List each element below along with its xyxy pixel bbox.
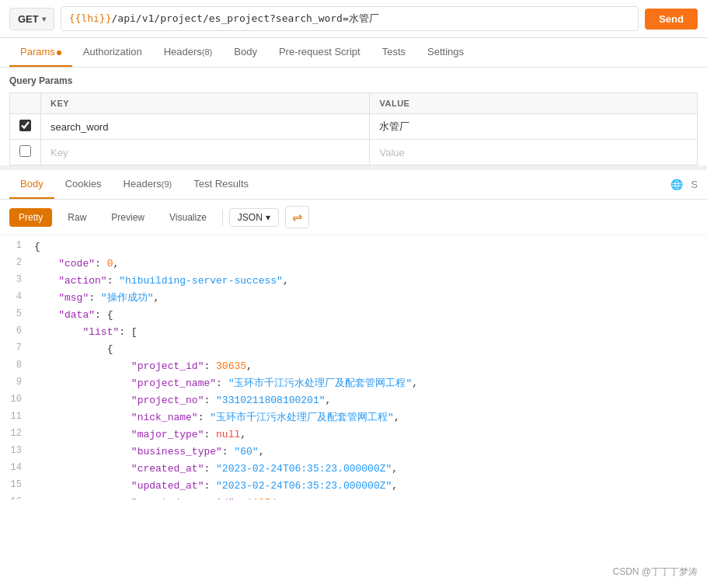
line-content-2: "code": 0, — [31, 256, 707, 273]
tab-body[interactable]: Body — [223, 38, 268, 67]
globe-icon: 🌐 — [670, 179, 683, 190]
tab-settings[interactable]: Settings — [416, 38, 475, 67]
save-icon[interactable]: S — [691, 179, 698, 190]
params-value-1[interactable]: Value — [370, 140, 698, 165]
code-segment-key: "action" — [58, 275, 106, 287]
resp-tab-cookies[interactable]: Cookies — [54, 170, 113, 199]
code-segment-key: "msg" — [58, 292, 89, 304]
params-value-0[interactable]: 水管厂 — [370, 114, 698, 140]
code-line-12: 12 "major_type": null, — [0, 426, 707, 444]
resp-tab-body[interactable]: Body — [9, 170, 54, 199]
line-content-12: "major_type": null, — [31, 426, 707, 444]
code-segment-plain: : — [119, 326, 131, 338]
code-segment-plain: : — [204, 429, 216, 440]
code-segment-number: 30635 — [216, 360, 246, 372]
line-number-9: 9 — [0, 375, 31, 388]
resp-tab-test-results[interactable]: Test Results — [183, 170, 259, 199]
checkbox-header — [10, 93, 41, 114]
wrap-icon[interactable]: ⇌ — [285, 206, 309, 228]
code-segment-string: "hibuilding-server-success" — [119, 275, 283, 287]
code-segment-plain: , — [412, 378, 418, 389]
code-segment-indent — [34, 412, 131, 423]
code-segment-plain: , — [394, 412, 400, 423]
line-number-14: 14 — [0, 461, 31, 473]
url-path-part: /api/v1/project/es_project?search_word=水… — [112, 12, 379, 24]
format-raw-button[interactable]: Raw — [58, 208, 96, 227]
code-segment-brace: { — [107, 309, 113, 321]
send-button[interactable]: Send — [645, 9, 698, 30]
code-line-1: 1{ — [0, 238, 707, 256]
resp-tab-headers[interactable]: Headers(9) — [113, 170, 183, 199]
code-segment-null: null — [216, 429, 240, 440]
code-segment-key: "project_no" — [131, 395, 204, 406]
code-segment-string: "玉环市千江污水处理厂及配套管网工程" — [210, 412, 394, 423]
code-segment-plain: , — [392, 463, 398, 475]
code-segment-indent — [34, 497, 131, 499]
code-segment-plain: : — [216, 378, 228, 389]
code-line-10: 10 "project_no": "3310211808100201", — [0, 392, 707, 409]
line-number-15: 15 — [0, 478, 31, 490]
code-segment-plain: : — [234, 497, 246, 499]
line-content-10: "project_no": "3310211808100201", — [31, 392, 707, 409]
line-content-14: "created_at": "2023-02-24T06:35:23.00000… — [31, 461, 707, 478]
params-key-1[interactable]: Key — [41, 140, 370, 165]
params-checkbox-cell-1 — [10, 140, 41, 165]
format-pretty-button[interactable]: Pretty — [9, 208, 52, 227]
code-segment-key: "project_id" — [131, 360, 204, 372]
tab-tests[interactable]: Tests — [371, 38, 416, 67]
code-line-3: 3 "action": "hibuilding-server-success", — [0, 273, 707, 290]
code-segment-string: "操作成功" — [101, 292, 154, 304]
code-line-9: 9 "project_name": "玉环市千江污水处理厂及配套管网工程", — [0, 375, 707, 392]
url-input[interactable]: {{lhi}}/api/v1/project/es_project?search… — [61, 6, 639, 31]
code-segment-string: "60" — [234, 446, 258, 458]
code-segment-plain: , — [240, 429, 246, 440]
code-line-16: 16 "created_user_id": 11054, — [0, 495, 707, 499]
code-segment-plain: : — [204, 360, 216, 372]
tab-params[interactable]: Params — [9, 38, 72, 67]
code-line-11: 11 "nick_name": "玉环市千江污水处理厂及配套管网工程", — [0, 409, 707, 426]
method-select[interactable]: GET ▾ — [9, 8, 54, 30]
code-segment-key: "business_type" — [131, 446, 222, 458]
code-segment-indent — [34, 292, 58, 304]
tab-prerequest[interactable]: Pre-request Script — [268, 38, 371, 67]
params-key-0[interactable]: search_word — [41, 114, 370, 140]
line-content-8: "project_id": 30635, — [31, 358, 707, 375]
code-segment-string: "2023-02-24T06:35:23.000000Z" — [216, 480, 392, 492]
code-segment-plain: : — [107, 275, 120, 287]
line-number-10: 10 — [0, 392, 31, 405]
method-chevron: ▾ — [42, 15, 46, 23]
format-preview-button[interactable]: Preview — [102, 208, 154, 227]
line-number-5: 5 — [0, 307, 31, 319]
line-content-15: "updated_at": "2023-02-24T06:35:23.00000… — [31, 478, 707, 495]
line-content-9: "project_name": "玉环市千江污水处理厂及配套管网工程", — [31, 375, 707, 392]
params-checkbox-0[interactable] — [19, 120, 31, 131]
code-segment-plain: , — [326, 395, 332, 406]
code-segment-indent — [34, 343, 107, 355]
code-line-5: 5 "data": { — [0, 307, 707, 324]
key-header: KEY — [41, 93, 370, 114]
params-checkbox-1[interactable] — [19, 145, 31, 157]
line-number-7: 7 — [0, 341, 31, 353]
tab-authorization[interactable]: Authorization — [72, 38, 153, 67]
params-row-0: search_word水管厂 — [10, 114, 698, 140]
code-segment-key: "created_user_id" — [131, 497, 235, 499]
format-bar: Pretty Raw Preview Visualize JSON ▾ ⇌ — [0, 200, 707, 235]
json-format-select[interactable]: JSON ▾ — [229, 208, 279, 227]
code-view[interactable]: 1{2 "code": 0,3 "action": "hibuilding-se… — [0, 235, 707, 499]
code-line-13: 13 "business_type": "60", — [0, 444, 707, 461]
tab-headers[interactable]: Headers(8) — [153, 38, 224, 67]
url-bar: GET ▾ {{lhi}}/api/v1/project/es_project?… — [0, 0, 707, 38]
code-segment-plain: : — [204, 463, 216, 475]
code-segment-brace: { — [107, 343, 113, 355]
params-checkbox-cell-0 — [10, 114, 41, 140]
params-row-1: KeyValue — [10, 140, 698, 165]
code-line-4: 4 "msg": "操作成功", — [0, 290, 707, 307]
code-segment-plain: , — [153, 292, 159, 304]
code-segment-plain: : — [222, 446, 235, 458]
query-params-title: Query Params — [9, 75, 698, 86]
code-segment-indent — [34, 429, 131, 440]
format-visualize-button[interactable]: Visualize — [160, 208, 216, 227]
code-segment-key: "updated_at" — [131, 480, 204, 492]
line-number-1: 1 — [0, 238, 31, 251]
code-segment-plain: , — [246, 360, 252, 372]
